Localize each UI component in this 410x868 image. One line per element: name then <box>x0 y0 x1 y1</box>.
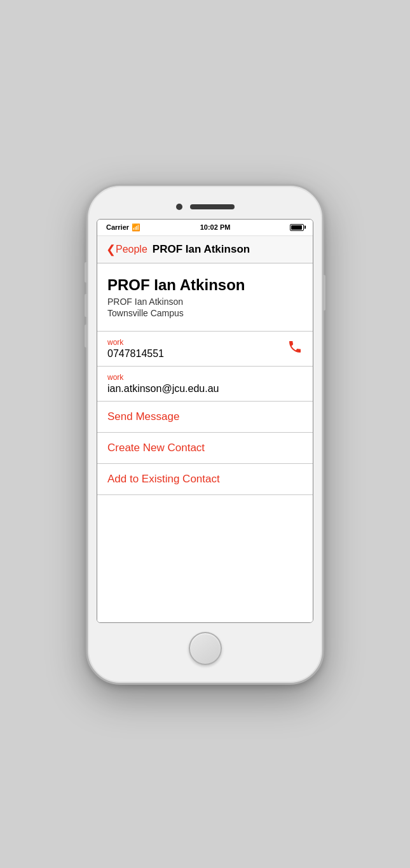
create-contact-label[interactable]: Create New Contact <box>107 442 303 454</box>
wifi-icon: 📶 <box>132 223 140 232</box>
create-contact-row[interactable]: Create New Contact <box>97 433 313 464</box>
contact-subtitle2: Townsville Campus <box>107 308 303 318</box>
nav-title: PROF Ian Atkinson <box>153 243 250 256</box>
send-message-label[interactable]: Send Message <box>107 410 303 423</box>
email-field-value: ian.atkinson@jcu.edu.au <box>107 383 303 395</box>
phone-field-label: work <box>107 338 303 347</box>
battery-icon <box>290 224 304 231</box>
status-right <box>290 224 304 231</box>
volume-up-button <box>85 294 87 317</box>
status-bar: Carrier 📶 10:02 PM <box>97 220 313 236</box>
email-field-row[interactable]: work ian.atkinson@jcu.edu.au <box>97 367 313 402</box>
add-existing-contact-label[interactable]: Add to Existing Contact <box>107 473 303 486</box>
front-camera <box>176 204 182 210</box>
status-left: Carrier 📶 <box>106 223 140 232</box>
contact-subtitle1: PROF Ian Atkinson <box>107 297 303 307</box>
speaker <box>190 204 235 209</box>
email-field-label: work <box>107 373 303 382</box>
phone-bottom <box>97 632 313 665</box>
contact-name: PROF Ian Atkinson <box>107 276 303 294</box>
contact-header: PROF Ian Atkinson PROF Ian Atkinson Town… <box>97 263 313 332</box>
home-button[interactable] <box>189 632 222 665</box>
send-message-row[interactable]: Send Message <box>97 402 313 433</box>
battery-fill <box>291 225 302 230</box>
nav-bar: ❮ People PROF Ian Atkinson <box>97 236 313 263</box>
call-icon[interactable] <box>287 339 303 358</box>
carrier-label: Carrier <box>106 223 129 231</box>
back-label[interactable]: People <box>116 244 147 255</box>
back-chevron-icon: ❮ <box>106 242 116 256</box>
phone-frame: Carrier 📶 10:02 PM ❮ People PROF Ian Atk… <box>86 184 324 685</box>
phone-field-row[interactable]: work 0747814551 <box>97 332 313 367</box>
add-existing-contact-row[interactable]: Add to Existing Contact <box>97 464 313 495</box>
phone-field-value: 0747814551 <box>107 348 303 360</box>
volume-down-button <box>85 325 87 347</box>
back-button[interactable]: ❮ People <box>106 242 147 256</box>
phone-top-area <box>97 204 313 210</box>
screen: Carrier 📶 10:02 PM ❮ People PROF Ian Atk… <box>97 219 313 623</box>
empty-space <box>97 495 313 622</box>
status-time: 10:02 PM <box>200 223 231 231</box>
contact-content: PROF Ian Atkinson PROF Ian Atkinson Town… <box>97 263 313 622</box>
